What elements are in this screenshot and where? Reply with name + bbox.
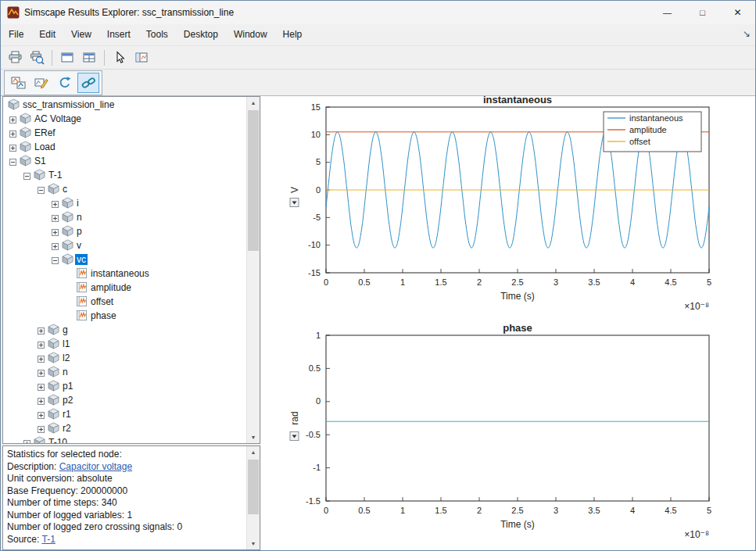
menu-help[interactable]: Help [275,24,310,45]
tree-item-i[interactable]: i [3,196,246,210]
unit-dropdown[interactable] [290,432,299,441]
tree-item-t-10[interactable]: T-10 [3,435,246,443]
stats-scrollbar-track[interactable] [247,458,260,538]
tree-item-label[interactable]: phase [89,310,118,321]
new-figure-button[interactable] [56,48,78,68]
tree-item-eref[interactable]: ERef [3,126,246,140]
expand-toggle-icon[interactable] [38,368,45,379]
plot-options-button[interactable] [7,73,29,93]
tree-item-offset[interactable]: offset [3,295,246,309]
tree-item-label[interactable]: l1 [61,338,71,349]
expand-toggle-icon[interactable] [52,227,59,238]
menu-view[interactable]: View [63,24,99,45]
dock-arrow-icon[interactable]: ↘ [743,28,751,39]
tree-item-vc[interactable]: vc [3,252,246,267]
tree-item-r1[interactable]: r1 [3,407,246,421]
expand-toggle-icon[interactable] [38,424,45,435]
tree-item-t-1[interactable]: T-1 [3,168,246,182]
tree-item-label[interactable]: instantaneous [89,268,151,279]
tree-item-phase[interactable]: phase [3,309,246,323]
tree-item-r2[interactable]: r2 [3,421,246,435]
stats-scrollbar-thumb[interactable] [248,460,259,514]
tree-item-label[interactable]: T-10 [47,437,69,443]
stats-scrollbar[interactable]: ▲ ▼ [246,446,260,549]
tree-item-v[interactable]: v [3,238,246,252]
menu-insert[interactable]: Insert [99,24,138,45]
collapse-toggle-icon[interactable] [52,256,59,267]
reload-data-button[interactable] [54,73,76,93]
expand-toggle-icon[interactable] [38,396,45,407]
tree-item-label[interactable]: n [61,367,70,377]
print-preview-button[interactable] [26,48,48,68]
chart-legend[interactable]: instantaneousamplitudeoffset [604,112,701,152]
tree-item-label[interactable]: r2 [61,423,73,434]
scroll-up-icon[interactable]: ▲ [247,446,260,458]
tree-item-label[interactable]: p1 [61,381,74,392]
expand-toggle-icon[interactable] [38,382,45,393]
maximize-button[interactable]: □ [685,1,720,24]
tree-item-label[interactable]: Load [33,141,57,152]
stats-link[interactable]: T-1 [41,534,55,545]
tree-item-label[interactable]: AC Voltage [33,113,83,124]
expand-toggle-icon[interactable] [9,129,16,140]
expand-toggle-icon[interactable] [38,340,45,351]
tree-item-label[interactable]: v [75,240,83,251]
tree-item-ac-voltage[interactable]: AC Voltage [3,112,246,126]
expand-toggle-icon[interactable] [52,242,59,252]
expand-toggle-icon[interactable] [52,199,59,210]
expand-toggle-icon[interactable] [38,410,45,421]
tree-item-label[interactable]: p2 [61,395,74,406]
expand-toggle-icon[interactable] [9,143,16,154]
tree-item-label[interactable]: g [61,324,70,335]
tree-item-label[interactable]: r1 [61,409,73,420]
tree-item-p2[interactable]: p2 [3,393,246,407]
tree-item-label[interactable]: ssc_transmission_line [21,99,116,110]
tree-item-label[interactable]: c [61,184,69,195]
tree-scrollbar[interactable]: ▲ ▼ [246,97,260,443]
cursor-button[interactable] [109,48,131,68]
expand-toggle-icon[interactable] [52,213,59,224]
tree-item-label[interactable]: p [75,226,84,237]
link-axes-button[interactable] [77,73,99,93]
print-button[interactable] [4,48,26,68]
figure-palette-button[interactable] [78,48,100,68]
tree-item-l2[interactable]: l2 [3,351,246,365]
tree-item-label[interactable]: T-1 [47,170,63,181]
expand-toggle-icon[interactable] [38,326,45,337]
edit-plot-button[interactable] [30,73,52,93]
titlebar[interactable]: Simscape Results Explorer: ssc_transmiss… [1,1,755,24]
tree-item-label[interactable]: ERef [33,127,57,138]
tree-item-label[interactable]: amplitude [89,282,133,293]
tree-item-l1[interactable]: l1 [3,337,246,351]
expand-toggle-icon[interactable] [9,115,16,126]
tree-item-label[interactable]: S1 [33,156,48,166]
tree-item-p1[interactable]: p1 [3,379,246,393]
menu-file[interactable]: File [1,24,31,45]
tree-item-amplitude[interactable]: amplitude [3,281,246,295]
stats-link[interactable]: Capacitor voltage [59,461,132,472]
tree-item-g[interactable]: g [3,323,246,337]
tree-item-n[interactable]: n [3,365,246,379]
tree-item-label[interactable]: i [75,198,81,209]
collapse-toggle-icon[interactable] [38,185,45,196]
tree-item-label[interactable]: l2 [61,352,71,363]
close-button[interactable]: ✕ [720,1,755,24]
menu-window[interactable]: Window [226,24,275,45]
menu-edit[interactable]: Edit [31,24,63,45]
expand-toggle-icon[interactable] [38,354,45,365]
tree-item-p[interactable]: p [3,224,246,238]
tree-item-s1[interactable]: S1 [3,154,246,168]
unit-dropdown[interactable] [290,199,299,207]
tree-scrollbar-thumb[interactable] [248,110,259,251]
tree-item-label[interactable]: vc [75,254,88,265]
tree-item-ssc_transmission_line[interactable]: ssc_transmission_line [3,98,246,112]
tree-item-instantaneous[interactable]: instantaneous [3,267,246,281]
tree-item-label[interactable]: n [75,212,84,223]
tree-item-c[interactable]: c [3,182,246,196]
scroll-down-icon[interactable]: ▼ [247,431,260,443]
menu-tools[interactable]: Tools [138,24,176,45]
scroll-down-icon[interactable]: ▼ [247,538,260,549]
tree-scrollbar-track[interactable] [247,109,260,431]
menu-desktop[interactable]: Desktop [176,24,226,45]
expand-toggle-icon[interactable] [23,438,30,443]
